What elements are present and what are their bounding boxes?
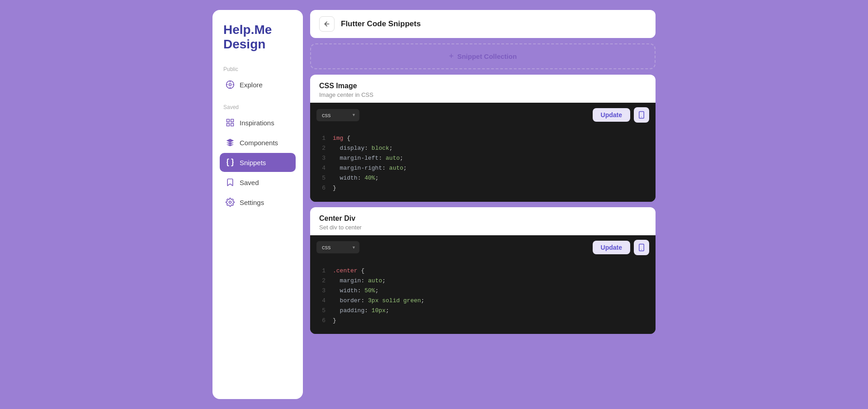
snippet-card-center-div: Center Div Set div to center css javascr… [310, 207, 656, 334]
code-line: 2 margin: auto; [319, 276, 646, 286]
code-block-center-div: 1 .center { 2 margin: auto; 3 width: 50%… [310, 260, 656, 334]
snippet-card-css-image: CSS Image Image center in CSS css javasc… [310, 75, 656, 202]
saved-icon [225, 177, 235, 187]
sidebar-item-inspirations[interactable]: Inspirations [220, 113, 296, 132]
code-line: 3 margin-left: auto; [319, 153, 646, 163]
snippet-header-center-div: Center Div Set div to center [310, 207, 656, 235]
add-collection-label: Snippet Collection [457, 52, 517, 60]
language-select-wrapper-2[interactable]: css javascript html dart [316, 241, 359, 253]
code-editor-css-image: css javascript html dart Update [310, 103, 656, 202]
language-select-wrapper-1[interactable]: css javascript html dart [316, 109, 359, 121]
components-icon [225, 138, 235, 147]
snippet-title-center-div: Center Div [319, 214, 646, 223]
code-line: 4 margin-right: auto; [319, 163, 646, 173]
sidebar-item-components[interactable]: Components [220, 133, 296, 152]
code-line: 5 padding: 10px; [319, 306, 646, 316]
sidebar: Help.MeDesign Public Explore Saved [212, 10, 303, 399]
sidebar-item-components-label: Components [240, 139, 278, 147]
update-button-1[interactable]: Update [593, 108, 630, 122]
code-line: 1 img { [319, 133, 646, 143]
svg-rect-9 [227, 124, 230, 126]
snippet-desc-center-div: Set div to center [319, 224, 646, 231]
sidebar-item-settings[interactable]: Settings [220, 193, 296, 212]
code-line: 6 } [319, 316, 646, 326]
sidebar-item-explore[interactable]: Explore [220, 75, 296, 94]
code-block-css-image: 1 img { 2 display: block; 3 margin-left:… [310, 127, 656, 202]
logo-text: Help.MeDesign [223, 23, 296, 52]
settings-icon [225, 197, 235, 207]
code-line: 2 display: block; [319, 143, 646, 153]
logo: Help.MeDesign [220, 23, 296, 52]
code-toolbar-center-div: css javascript html dart Update [310, 235, 656, 260]
header-title: Flutter Code Snippets [341, 19, 421, 29]
main-content: Flutter Code Snippets + Snippet Collecti… [310, 10, 656, 399]
back-button[interactable] [319, 16, 335, 32]
public-section-label: Public [220, 66, 296, 72]
code-line: 3 width: 50%; [319, 286, 646, 296]
language-select-1[interactable]: css javascript html dart [316, 109, 359, 121]
sidebar-item-saved[interactable]: Saved [220, 173, 296, 192]
header-bar: Flutter Code Snippets [310, 10, 656, 38]
svg-rect-6 [227, 119, 230, 122]
code-editor-center-div: css javascript html dart Update [310, 235, 656, 334]
device-preview-button-2[interactable] [634, 240, 649, 255]
saved-section-label: Saved [220, 104, 296, 110]
code-line: 4 border: 3px solid green; [319, 296, 646, 306]
code-toolbar-css-image: css javascript html dart Update [310, 103, 656, 127]
device-preview-button-1[interactable] [634, 107, 649, 123]
plus-icon: + [449, 52, 454, 61]
svg-rect-7 [231, 119, 234, 122]
code-line: 6 } [319, 183, 646, 193]
sidebar-item-settings-label: Settings [240, 199, 264, 206]
sidebar-item-snippets[interactable]: Snippets [220, 153, 296, 172]
code-line: 1 .center { [319, 266, 646, 276]
language-select-2[interactable]: css javascript html dart [316, 241, 359, 253]
toolbar-actions-1: Update [593, 107, 649, 123]
sidebar-item-explore-label: Explore [240, 81, 263, 89]
snippet-header-css-image: CSS Image Image center in CSS [310, 75, 656, 103]
sidebar-item-inspirations-label: Inspirations [240, 119, 274, 127]
inspirations-icon [225, 118, 235, 128]
svg-rect-8 [231, 124, 234, 126]
snippet-desc-css-image: Image center in CSS [319, 91, 646, 98]
toolbar-actions-2: Update [593, 240, 649, 255]
sidebar-item-snippets-label: Snippets [240, 159, 266, 166]
snippet-title-css-image: CSS Image [319, 82, 646, 90]
svg-point-1 [229, 84, 231, 86]
snippets-icon [225, 157, 235, 167]
update-button-2[interactable]: Update [593, 241, 630, 254]
code-line: 5 width: 40%; [319, 173, 646, 183]
explore-icon [225, 80, 235, 90]
sidebar-item-saved-label: Saved [240, 179, 259, 186]
add-collection-button[interactable]: + Snippet Collection [310, 43, 656, 69]
svg-point-10 [229, 201, 231, 204]
